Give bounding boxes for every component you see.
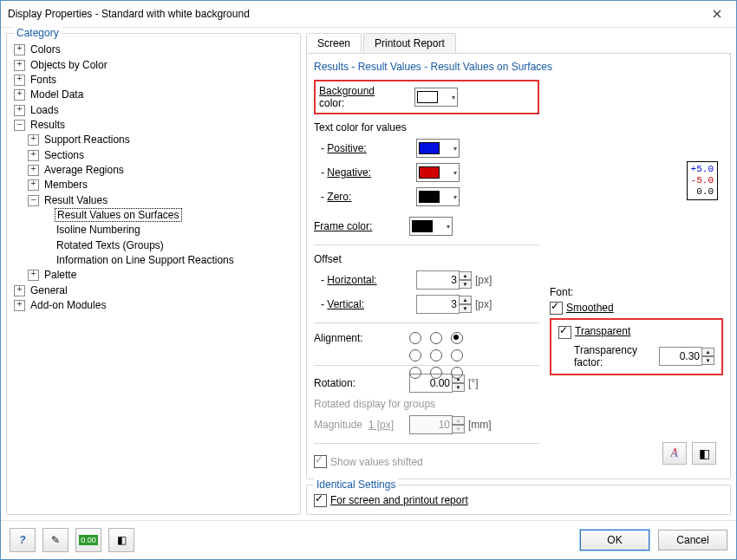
tree-toggle[interactable] [14, 89, 25, 101]
chevron-down-icon: ▾ [453, 169, 457, 177]
font-icon: A [670, 446, 678, 460]
align-mr[interactable] [451, 349, 463, 361]
extra-icon: ◧ [117, 534, 127, 546]
alignment-grid[interactable] [409, 332, 466, 382]
align-tc[interactable] [430, 332, 442, 344]
spin-down[interactable]: ▼ [452, 383, 465, 392]
tree-item-rv-surfaces[interactable]: Result Values on Surfaces [55, 208, 182, 222]
negative-color[interactable]: ▾ [416, 163, 460, 182]
align-bc[interactable] [430, 367, 442, 379]
tree-item-general[interactable]: General [29, 284, 69, 296]
vertical-label: - Vertical: [314, 298, 416, 310]
preview-area: +5.0 -5.0 0.0 [548, 78, 723, 279]
edit-button[interactable]: ✎ [42, 528, 68, 552]
tree-item-objects[interactable]: Objects by Color [29, 59, 109, 71]
chevron-down-icon: ▾ [453, 193, 457, 201]
reset-button[interactable]: 0.00 [75, 528, 101, 552]
tree-toggle[interactable] [28, 195, 39, 206]
spin-up[interactable]: ▲ [459, 271, 472, 280]
tree-item-colors[interactable]: Colors [29, 43, 62, 55]
window-title: Display Properties - Standard with white… [8, 8, 250, 20]
magnitude-label: Magnitude 1 [px] [314, 419, 409, 431]
tree-toggle[interactable] [28, 179, 39, 191]
smoothed-label: Smoothed [566, 302, 614, 314]
tree-item-fonts[interactable]: Fonts [29, 74, 58, 86]
spin-down[interactable]: ▼ [459, 280, 472, 289]
tree-toggle[interactable] [14, 120, 25, 131]
frame-color[interactable]: ▾ [409, 217, 453, 236]
align-tr[interactable] [451, 332, 463, 344]
tree-item-addon[interactable]: Add-on Modules [29, 299, 108, 311]
unit-mm: [mm] [468, 419, 492, 431]
tree-item-support[interactable]: Support Reactions [42, 133, 132, 146]
extra-button[interactable]: ◧ [108, 528, 134, 552]
horizontal-spin[interactable]: ▲▼ [416, 270, 472, 290]
tree-toggle[interactable] [28, 270, 39, 281]
frame-swatch [412, 220, 433, 232]
transparent-label: Transparent [575, 325, 630, 337]
category-tree[interactable]: Colors Objects by Color Fonts Model Data… [12, 42, 295, 509]
identical-check[interactable] [314, 494, 327, 507]
tree-toggle[interactable] [14, 285, 25, 296]
negative-swatch [419, 166, 440, 179]
magnitude-spin: ▲▼ [409, 415, 465, 434]
spin-down[interactable]: ▼ [701, 356, 714, 365]
unit-deg: [°] [468, 377, 478, 389]
spin-down[interactable]: ▼ [459, 304, 472, 313]
transparent-check[interactable] [558, 326, 571, 339]
tree-toggle[interactable] [14, 105, 25, 116]
positive-color[interactable]: ▾ [416, 139, 460, 158]
bg-color-picker[interactable]: ▾ [414, 88, 458, 107]
cancel-button[interactable]: Cancel [658, 530, 727, 550]
zero-label: - Zero: [314, 191, 416, 203]
reset-icon: 0.00 [79, 535, 98, 545]
tree-item-loads[interactable]: Loads [29, 104, 61, 116]
spin-up[interactable]: ▲ [459, 296, 472, 304]
help-icon: ? [19, 534, 25, 546]
align-bl[interactable] [409, 367, 421, 379]
tree-toggle[interactable] [28, 165, 39, 176]
tab-screen[interactable]: Screen [306, 33, 362, 53]
tree-item-sections[interactable]: Sections [42, 149, 86, 161]
tree-item-resultvalues[interactable]: Result Values [42, 194, 109, 206]
spin-up[interactable]: ▲ [701, 348, 714, 356]
settings-button[interactable]: ◧ [692, 442, 716, 465]
smoothed-check[interactable] [550, 302, 563, 315]
tree-toggle[interactable] [28, 134, 39, 146]
tree-toggle[interactable] [28, 150, 39, 161]
negative-label: - Negative: [314, 166, 416, 179]
spin-down: ▼ [452, 425, 465, 433]
tree-item-palette[interactable]: Palette [42, 269, 78, 281]
chevron-down-icon: ▾ [447, 223, 450, 231]
help-button[interactable]: ? [10, 528, 36, 552]
show-shifted-check [314, 455, 327, 468]
tab-printout[interactable]: Printout Report [363, 33, 456, 53]
align-mc[interactable] [430, 349, 442, 361]
positive-label: - Positive: [314, 142, 416, 154]
tree-toggle[interactable] [14, 44, 25, 55]
tree-item-rotated[interactable]: Rotated Texts (Groups) [55, 239, 166, 251]
align-br[interactable] [451, 367, 463, 379]
pencil-icon: ✎ [51, 534, 60, 546]
align-ml[interactable] [409, 349, 421, 361]
tree-toggle[interactable] [14, 75, 25, 86]
spin-up: ▲ [452, 416, 465, 425]
tree-item-lineinfo[interactable]: Information on Line Support Reactions [55, 254, 236, 266]
identical-title: Identical Settings [314, 479, 398, 491]
alignment-label: Alignment: [314, 332, 409, 344]
align-tl[interactable] [409, 332, 421, 344]
close-button[interactable] [697, 1, 736, 27]
tree-item-modeldata[interactable]: Model Data [29, 88, 85, 101]
tree-item-avgregions[interactable]: Average Regions [42, 164, 126, 176]
transparency-factor-spin[interactable]: ▲▼ [659, 347, 714, 366]
zero-color[interactable]: ▾ [416, 187, 460, 206]
tree-toggle[interactable] [14, 60, 25, 71]
tree-item-members[interactable]: Members [42, 179, 89, 191]
vertical-spin[interactable]: ▲▼ [416, 295, 472, 314]
ok-button[interactable]: OK [580, 530, 649, 550]
tree-item-isoline[interactable]: Isoline Numbering [55, 224, 142, 236]
tree-toggle[interactable] [14, 300, 25, 311]
preview-values: +5.0 -5.0 0.0 [687, 161, 718, 200]
tree-item-results[interactable]: Results [29, 119, 67, 131]
font-dialog-button[interactable]: A [662, 442, 687, 465]
